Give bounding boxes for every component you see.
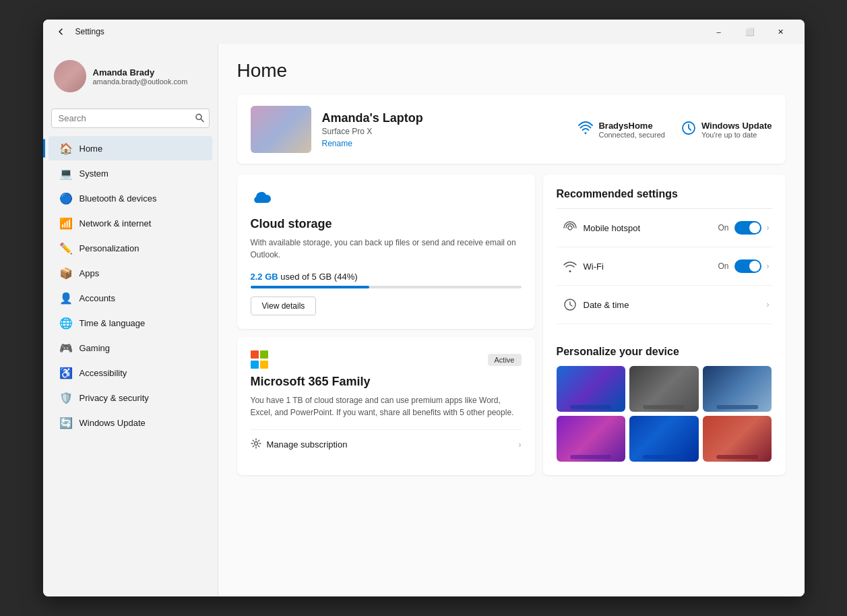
wifi-chevron: › <box>767 261 770 271</box>
manage-subscription-row[interactable]: Manage subscription › <box>251 429 522 451</box>
nav-label-privacy: Privacy & security <box>80 393 149 403</box>
wallpaper-1[interactable] <box>557 366 626 412</box>
device-banner: Amanda's Laptop Surface Pro X Rename Bra… <box>237 95 786 164</box>
update-status: Windows Update You're up to date <box>681 121 772 139</box>
sidebar-item-apps[interactable]: 📦 Apps <box>49 261 212 285</box>
wifi-rec-label: Wi-Fi <box>584 261 718 272</box>
cloud-storage-desc: With available storage, you can back up … <box>251 237 522 261</box>
nav-label-personalization: Personalization <box>80 243 139 253</box>
back-button[interactable] <box>51 22 70 41</box>
wallpaper-4[interactable] <box>557 416 626 462</box>
rec-item-wifi[interactable]: Wi-Fi On › <box>557 247 772 286</box>
sidebar-item-personalization[interactable]: ✏️ Personalization <box>49 236 212 260</box>
ms-logo-yellow <box>260 361 268 369</box>
left-column: Cloud storage With available storage, yo… <box>237 175 535 475</box>
gear-icon <box>251 438 261 451</box>
cloud-icon <box>251 188 522 212</box>
nav-icon-network: 📶 <box>59 216 73 230</box>
ms-logo-red <box>251 350 259 359</box>
search-icon[interactable] <box>195 113 204 124</box>
personalize-section: Personalize your device <box>557 335 772 462</box>
nav-icon-privacy: 🛡️ <box>59 391 73 404</box>
nav-label-accounts: Accounts <box>80 293 115 303</box>
m365-title: Microsoft 365 Family <box>251 375 522 389</box>
nav-label-update: Windows Update <box>80 418 146 428</box>
svg-line-1 <box>201 119 203 122</box>
sidebar-item-privacy[interactable]: 🛡️ Privacy & security <box>49 386 212 410</box>
sidebar-item-system[interactable]: 💻 System <box>49 161 212 185</box>
view-details-button[interactable]: View details <box>251 297 317 315</box>
sidebar-item-accounts[interactable]: 👤 Accounts <box>49 286 212 310</box>
cards-row: Cloud storage With available storage, yo… <box>237 175 786 475</box>
manage-chevron: › <box>519 440 522 450</box>
nav-label-system: System <box>80 168 108 179</box>
rec-item-mobile-hotspot[interactable]: Mobile hotspot On › <box>557 209 772 247</box>
close-button[interactable]: ✕ <box>765 20 796 44</box>
user-email: amanda.brady@outlook.com <box>93 78 188 86</box>
datetime-label: Date & time <box>584 300 767 310</box>
sidebar-item-gaming[interactable]: 🎮 Gaming <box>49 336 212 360</box>
recommended-settings-section: Recommended settings Mobile hotspot On › <box>557 188 772 324</box>
wp4-bar <box>570 455 612 459</box>
wp5-bar <box>644 455 685 459</box>
hotspot-toggle[interactable] <box>734 221 761 235</box>
wifi-rec-status: On <box>718 261 728 271</box>
wifi-toggle[interactable] <box>734 259 761 273</box>
wallpaper-5[interactable] <box>629 416 699 462</box>
wp2-bar <box>644 405 685 409</box>
maximize-button[interactable]: ⬜ <box>734 20 765 44</box>
storage-used: 2.2 GB <box>251 272 278 282</box>
nav-label-gaming: Gaming <box>80 343 111 353</box>
wifi-rec-icon <box>559 255 581 277</box>
wallpaper-6[interactable] <box>703 416 772 462</box>
datetime-chevron: › <box>767 300 770 309</box>
wallpaper-2[interactable] <box>629 366 699 412</box>
wifi-status: BradysHome Connected, secured <box>578 121 664 139</box>
nav-icon-accounts: 👤 <box>59 291 73 305</box>
sidebar-item-network[interactable]: 📶 Network & internet <box>49 211 212 235</box>
nav-icon-gaming: 🎮 <box>59 341 73 355</box>
rename-link[interactable]: Rename <box>322 139 568 148</box>
device-image <box>251 106 311 153</box>
storage-percent: 44 <box>337 272 346 282</box>
page-title: Home <box>237 60 786 82</box>
sidebar-item-time[interactable]: 🌐 Time & language <box>49 311 212 335</box>
nav-label-network: Network & internet <box>80 218 152 228</box>
storage-progress-fill <box>251 286 370 288</box>
wallpaper-3[interactable] <box>703 366 772 412</box>
nav-icon-accessibility: ♿ <box>59 366 73 379</box>
search-bar <box>51 109 210 128</box>
titlebar-left: Settings <box>51 22 104 41</box>
nav-label-accessibility: Accessibility <box>80 368 127 378</box>
avatar <box>54 60 86 92</box>
user-profile[interactable]: Amanda Brady amanda.brady@outlook.com <box>43 52 218 103</box>
device-status-group: BradysHome Connected, secured Windows Up… <box>578 121 772 139</box>
wp3-bar <box>716 405 758 409</box>
storage-total: 5 GB <box>312 272 332 282</box>
minimize-button[interactable]: – <box>703 20 734 44</box>
microsoft365-card: Active Microsoft 365 Family You have 1 T… <box>237 337 535 475</box>
hotspot-status: On <box>718 223 728 233</box>
nav-icon-bluetooth: 🔵 <box>59 191 73 205</box>
wifi-status-text: Connected, secured <box>598 131 664 139</box>
content-area: Amanda Brady amanda.brady@outlook.com 🏠 … <box>43 44 805 596</box>
personalize-title: Personalize your device <box>557 346 772 358</box>
device-name: Amanda's Laptop <box>322 111 568 125</box>
wp6-bar <box>716 455 758 459</box>
sidebar-item-accessibility[interactable]: ♿ Accessibility <box>49 361 212 385</box>
wallpaper-grid <box>557 366 772 462</box>
cloud-storage-title: Cloud storage <box>251 217 522 231</box>
hotspot-label: Mobile hotspot <box>584 223 718 233</box>
manage-left: Manage subscription <box>251 438 348 451</box>
sidebar-item-update[interactable]: 🔄 Windows Update <box>49 410 212 435</box>
sidebar-item-home[interactable]: 🏠 Home <box>49 136 212 160</box>
rec-item-datetime[interactable]: Date & time › <box>557 286 772 324</box>
wifi-label: BradysHome <box>598 121 664 131</box>
sidebar-item-bluetooth[interactable]: 🔵 Bluetooth & devices <box>49 186 212 210</box>
search-input[interactable] <box>51 109 210 128</box>
update-icon <box>681 121 696 138</box>
nav-icon-home: 🏠 <box>59 142 73 155</box>
datetime-icon <box>559 294 581 315</box>
nav-icon-update: 🔄 <box>59 416 73 429</box>
nav-icon-apps: 📦 <box>59 266 73 280</box>
